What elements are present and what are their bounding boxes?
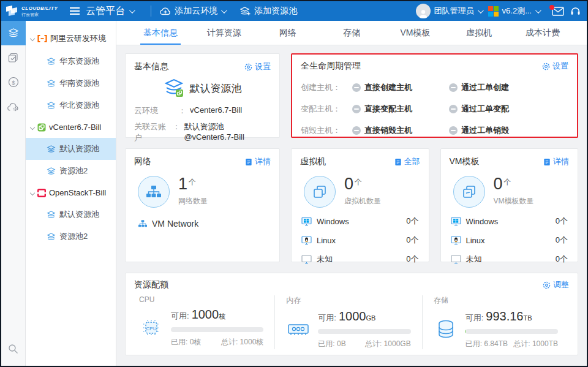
add-cloud-env-button[interactable]: 添加云环境: [160, 6, 225, 17]
tab-virtual-machine[interactable]: 虚拟机: [447, 21, 511, 45]
add-resource-pool-button[interactable]: 添加资源池: [240, 6, 297, 17]
template-os-row-unknown: 未知 0个: [450, 254, 570, 265]
version-menu[interactable]: v6.2测...: [488, 6, 540, 17]
rail-cloud-settings[interactable]: [1, 94, 26, 119]
rail-resource-pools[interactable]: [1, 21, 26, 45]
disabled-minus-icon[interactable]: [449, 83, 458, 92]
pool-layers-icon: [47, 80, 56, 88]
document-icon: [543, 158, 551, 166]
messages-button[interactable]: [552, 7, 564, 16]
chevron-down-icon: [221, 7, 227, 13]
storage-used: 已用: 6.84TB: [466, 339, 508, 349]
layers-plus-icon: [240, 7, 251, 16]
vm-all-link[interactable]: 全部: [394, 156, 420, 167]
card-title: VM模板: [450, 156, 480, 167]
cloud-gear-icon: [7, 102, 19, 112]
lifecycle-row-resize: 变配主机： 直接变配主机 通过工单变配: [301, 104, 568, 115]
tree-group-aliyun[interactable]: 阿里云研发环境: [26, 27, 116, 50]
rail-search[interactable]: [1, 336, 26, 361]
document-icon: [394, 158, 402, 166]
tree-item-pool[interactable]: 资源池2: [26, 160, 116, 182]
openstack-icon: [37, 189, 46, 197]
tree-group-openstack[interactable]: OpenStackT-Bill: [26, 182, 116, 203]
basic-settings-link[interactable]: 设置: [244, 61, 271, 72]
option-ticket-resize[interactable]: 通过工单变配: [449, 104, 546, 115]
tree-item-pool[interactable]: 华南资源池: [26, 72, 116, 94]
tree-item-pool[interactable]: 华北资源池: [26, 94, 116, 116]
gear-icon: [244, 63, 252, 71]
option-ticket-destroy[interactable]: 通过工单销毁: [449, 125, 546, 136]
tree-item-pool[interactable]: 华东资源池: [26, 50, 116, 72]
user-menu[interactable]: 团队管理员: [416, 4, 482, 18]
disabled-minus-icon[interactable]: [352, 83, 361, 92]
disabled-minus-icon[interactable]: [449, 126, 458, 135]
storage-total: 总计: 1000TB: [513, 339, 558, 349]
brand-logo[interactable]: CLOUDBILITY 行云管家: [5, 5, 58, 17]
tab-compute[interactable]: 计算资源: [192, 21, 256, 45]
tree-item-pool[interactable]: 资源池2: [26, 225, 116, 248]
brand-name: CLOUDBILITY: [21, 6, 58, 11]
rail-hosts[interactable]: [1, 45, 26, 70]
headset-icon: [570, 6, 581, 16]
support-button[interactable]: [570, 6, 581, 16]
menu-toggle-icon[interactable]: [70, 7, 80, 15]
resource-tree: 阿里云研发环境 华东资源池 华南资源池 华北资源池: [26, 21, 116, 366]
tab-network[interactable]: 网络: [256, 21, 320, 45]
document-icon: [245, 158, 252, 166]
tree-item-pool-selected[interactable]: 默认资源池: [26, 138, 116, 160]
quota-adjust-link[interactable]: 调整: [543, 279, 569, 290]
tree-group-label: vCenter6.7-Bill: [49, 123, 101, 132]
cpu-icon: CPU: [139, 308, 164, 347]
disabled-minus-icon[interactable]: [352, 105, 361, 113]
lifecycle-settings-link[interactable]: 设置: [542, 61, 568, 72]
gear-icon: [542, 62, 550, 70]
option-direct-resize[interactable]: 直接变配主机: [352, 104, 449, 115]
card-title: 虚拟机: [300, 156, 326, 167]
disabled-minus-icon[interactable]: [449, 105, 458, 113]
tab-cost[interactable]: 成本计费: [511, 21, 575, 45]
pool-name: 默认资源池: [190, 81, 242, 96]
template-os-row-linux: Linux 0个: [450, 235, 570, 246]
tab-basic-info[interactable]: 基本信息: [129, 21, 192, 45]
unknown-os-icon: [301, 255, 312, 264]
tree-expand-icon: [30, 190, 35, 195]
resource-pool-icon: [164, 78, 184, 98]
os-count: 0个: [556, 235, 568, 246]
template-detail-link[interactable]: 详情: [543, 156, 569, 167]
pool-layers-icon: [47, 167, 56, 175]
option-ticket-create[interactable]: 通过工单创建: [449, 82, 546, 93]
pool-layers-icon: [47, 145, 56, 153]
quota-storage: 存储 可用:993.16TB 已用: 6.: [422, 295, 569, 349]
topbar: CLOUDBILITY 行云管家 云管平台 添加云环境 添加资: [1, 1, 587, 21]
tab-storage[interactable]: 存储: [320, 21, 383, 45]
storage-available: 993.16: [486, 309, 523, 323]
basic-info-card: 基本信息 设置: [125, 53, 280, 138]
icon-rail: $: [1, 21, 26, 366]
hosts-icon: [8, 53, 18, 63]
app-switcher[interactable]: 云管平台: [86, 5, 134, 18]
lifecycle-row-create: 创建主机： 直接创建主机 通过工单创建: [301, 82, 568, 93]
tree-item-pool[interactable]: 默认资源池: [26, 203, 116, 225]
tree-group-vcenter[interactable]: vCenter6.7-Bill: [26, 116, 116, 138]
network-list-item[interactable]: VM Network: [138, 219, 271, 229]
windows-grid-icon: [488, 6, 499, 17]
rail-billing[interactable]: $: [1, 70, 26, 94]
vm-count-label: 虚拟机数量: [344, 196, 381, 206]
storage-progress-bar: [466, 329, 558, 334]
option-direct-destroy[interactable]: 直接销毁主机: [352, 125, 449, 136]
card-title: 基本信息: [134, 61, 168, 72]
brand-subname: 行云管家: [21, 12, 58, 17]
card-title: 全生命周期管理: [301, 61, 361, 72]
dollar-circle-icon: $: [8, 77, 19, 88]
template-os-row-windows: Windows 0个: [450, 216, 570, 227]
vcenter-icon: [37, 123, 46, 132]
disabled-minus-icon[interactable]: [352, 126, 361, 135]
quota-cpu: CPU CPU 可用:1000核 已用: 0: [134, 295, 274, 349]
avatar: [416, 4, 431, 18]
memory-total: 总计: 1000GB: [365, 339, 411, 349]
option-direct-create[interactable]: 直接创建主机: [352, 82, 449, 93]
tab-vm-template[interactable]: VM模板: [383, 21, 447, 45]
network-detail-link[interactable]: 详情: [245, 156, 271, 167]
vm-os-row-windows: Windows 0个: [300, 216, 420, 227]
linux-os-icon: [301, 236, 312, 245]
